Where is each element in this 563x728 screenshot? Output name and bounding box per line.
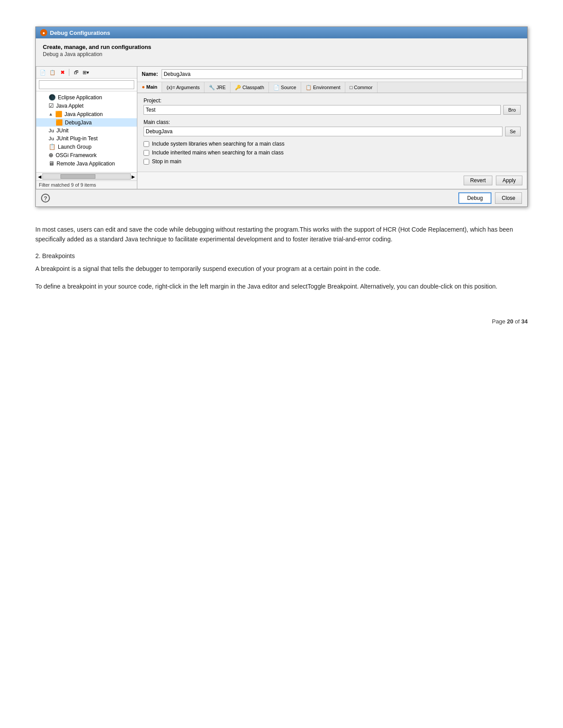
- help-icon[interactable]: ?: [41, 194, 50, 203]
- tab-main[interactable]: ● Main: [137, 82, 162, 93]
- dialog-subheading: Debug a Java application: [43, 51, 520, 57]
- checkbox-system-libraries: Include system libraries when searching …: [144, 141, 521, 147]
- tree-item-osgi[interactable]: ⊕ OSGi Framework: [36, 151, 137, 159]
- toolbar-row: 📄 📋 ✖ 🗗 ⊞▾: [36, 67, 137, 79]
- apply-button[interactable]: Apply: [496, 176, 522, 185]
- tree-item-launch-group[interactable]: 📋 Launch Group: [36, 143, 137, 151]
- delete-config-button[interactable]: ✖: [58, 68, 66, 76]
- debug-configurations-dialog: ● Debug Configurations Create, manage, a…: [35, 26, 528, 207]
- stop-in-main-label: Stop in main: [152, 158, 181, 165]
- page-number: 20: [507, 318, 513, 325]
- classpath-tab-label: 🔑 Classpath: [235, 85, 264, 90]
- system-libraries-label: Include system libraries when searching …: [152, 141, 284, 147]
- tree-item-java-application[interactable]: ▲ 🟧 Java Application: [36, 110, 137, 118]
- name-input[interactable]: [162, 69, 522, 79]
- junit-icon: Ju: [49, 128, 54, 133]
- revert-button[interactable]: Revert: [464, 176, 492, 185]
- osgi-label: OSGi Framework: [56, 152, 97, 158]
- java-applet-label: Java Applet: [56, 103, 83, 109]
- dialog-title: Debug Configurations: [50, 30, 110, 36]
- footer-buttons: Debug Close: [458, 192, 522, 204]
- page-footer: Page 20 of 34: [35, 318, 528, 325]
- tree-item-java-applet[interactable]: ☑ Java Applet: [36, 101, 137, 110]
- tab-environment[interactable]: 📋 Environment: [301, 82, 345, 93]
- toolbar-separator: [69, 69, 69, 76]
- eclipse-application-icon: 🌑: [49, 94, 56, 101]
- java-applet-icon: ☑: [49, 102, 54, 109]
- left-panel: 📄 📋 ✖ 🗗 ⊞▾ 🌑 Eclipse Application ☑: [36, 66, 137, 189]
- of-text: of: [513, 318, 521, 325]
- section-2-heading: 2. Breakpoints: [35, 252, 528, 259]
- horizontal-scrollbar[interactable]: [42, 173, 131, 180]
- arguments-tab-label: (x)= Arguments: [166, 85, 200, 90]
- main-class-input[interactable]: [144, 127, 503, 136]
- tab-source[interactable]: 📄 Source: [269, 82, 301, 93]
- close-button[interactable]: Close: [495, 192, 522, 204]
- main-class-field-row: Se: [144, 127, 521, 136]
- new-config-button[interactable]: 📄: [39, 68, 47, 76]
- tree-item-junit[interactable]: Ju JUnit: [36, 127, 137, 135]
- launch-group-icon: 📋: [49, 143, 56, 150]
- tree-item-debugjava[interactable]: 🟧 DebugJava: [36, 118, 137, 127]
- tree-item-eclipse-application[interactable]: 🌑 Eclipse Application: [36, 93, 137, 101]
- collapse-button[interactable]: 🗗: [72, 68, 80, 76]
- search-input[interactable]: [39, 80, 134, 89]
- inherited-mains-checkbox[interactable]: [144, 150, 149, 156]
- expand-dropdown-button[interactable]: ⊞▾: [82, 68, 90, 76]
- tab-jre[interactable]: 🔧 JRE: [204, 82, 230, 93]
- debugjava-icon: 🟧: [56, 119, 63, 126]
- project-label: Project:: [144, 98, 521, 104]
- dialog-titlebar: ● Debug Configurations: [36, 27, 527, 38]
- main-class-search-button[interactable]: Se: [505, 127, 521, 136]
- tree-item-junit-plugin[interactable]: Ju JUnit Plug-in Test: [36, 135, 137, 143]
- dialog-title-icon: ●: [40, 29, 47, 36]
- tab-classpath[interactable]: 🔑 Classpath: [230, 82, 269, 93]
- stop-in-main-checkbox[interactable]: [144, 159, 149, 165]
- main-tab-icon: ●: [142, 84, 145, 90]
- main-tab-label: Main: [146, 84, 157, 90]
- bottom-buttons: Revert Apply: [137, 172, 527, 189]
- tab-common[interactable]: □ Commor: [345, 82, 378, 93]
- jre-tab-label: 🔧 JRE: [209, 85, 226, 90]
- search-row: [36, 79, 137, 91]
- common-tab-label: □ Commor: [350, 85, 373, 90]
- page-text: Page: [492, 318, 507, 325]
- scroll-right-button[interactable]: ▶: [132, 174, 135, 179]
- tab-arguments[interactable]: (x)= Arguments: [162, 82, 204, 93]
- system-libraries-checkbox[interactable]: [144, 141, 149, 147]
- main-class-group: Main class: Se: [144, 119, 521, 136]
- project-field-row: Bro: [144, 105, 521, 115]
- paragraph-1: In most cases, users can edit and save t…: [35, 225, 528, 244]
- tabs-row: ● Main (x)= Arguments 🔧 JRE 🔑 Classpath …: [137, 82, 527, 93]
- dialog-body: 📄 📋 ✖ 🗗 ⊞▾ 🌑 Eclipse Application ☑: [36, 66, 527, 189]
- environment-tab-label: 📋 Environment: [306, 85, 340, 90]
- checkbox-stop-in-main: Stop in main: [144, 158, 521, 165]
- dialog-header: Create, manage, and run configurations D…: [36, 38, 527, 66]
- project-input[interactable]: [144, 105, 501, 115]
- junit-label: JUnit: [57, 128, 68, 134]
- project-browse-button[interactable]: Bro: [503, 105, 521, 115]
- osgi-icon: ⊕: [49, 152, 53, 158]
- copy-config-button[interactable]: 📋: [49, 68, 57, 76]
- eclipse-application-label: Eclipse Application: [58, 94, 102, 101]
- name-row: Name:: [137, 67, 527, 82]
- checkbox-inherited-mains: Include inherited mains when searching f…: [144, 150, 521, 156]
- debug-button[interactable]: Debug: [458, 192, 491, 204]
- dialog-footer: ? Debug Close: [36, 189, 527, 206]
- total-pages: 34: [521, 318, 528, 325]
- main-form: Project: Bro Main class: Se: [137, 93, 527, 172]
- right-panel: Name: ● Main (x)= Arguments 🔧 JRE 🔑 Clas…: [137, 66, 527, 189]
- scrollbar-thumb: [60, 174, 95, 179]
- scroll-left-button[interactable]: ◀: [38, 174, 42, 179]
- launch-group-label: Launch Group: [58, 144, 91, 150]
- filter-status: Filter matched 9 of 9 items: [36, 180, 137, 189]
- paragraph-3: To define a breakpoint in your source co…: [35, 281, 528, 291]
- scrollbar-row: ◀ ▶: [36, 172, 137, 180]
- tree-item-remote-java[interactable]: 🖥 Remote Java Application: [36, 159, 137, 168]
- junit-plugin-icon: Ju: [49, 136, 54, 141]
- config-tree: 🌑 Eclipse Application ☑ Java Applet ▲ 🟧 …: [36, 91, 137, 172]
- inherited-mains-label: Include inherited mains when searching f…: [152, 150, 283, 156]
- remote-java-label: Remote Java Application: [57, 161, 115, 167]
- java-application-label: Java Application: [64, 111, 103, 117]
- main-class-label: Main class:: [144, 119, 521, 125]
